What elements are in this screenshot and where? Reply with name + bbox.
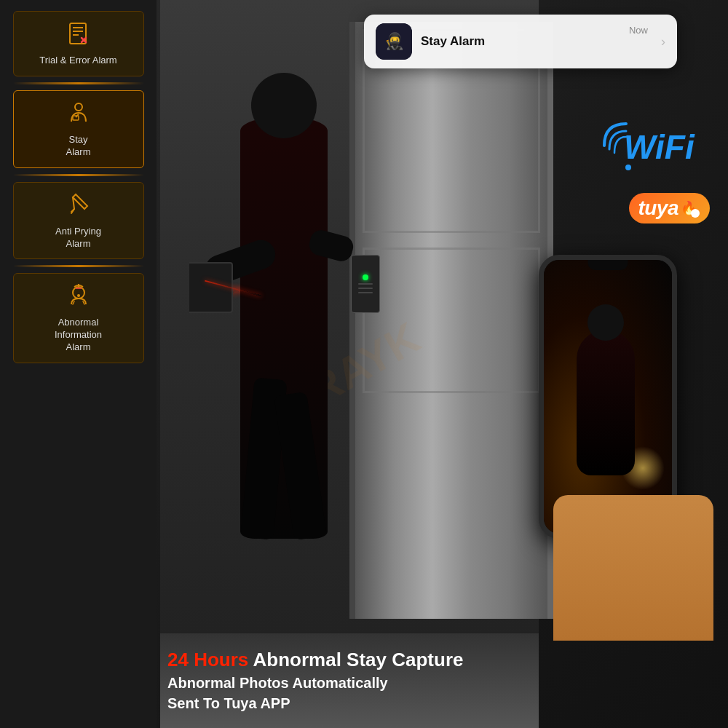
tuya-pill: tuya 🔥 — [629, 193, 710, 223]
bottom-line-3: Sent To Tuya APP — [167, 693, 531, 713]
svg-text:WiFi: WiFi — [624, 128, 695, 166]
sidebar-card-trial-error[interactable]: Trial & Error Alarm — [13, 11, 144, 76]
divider-2 — [13, 174, 144, 176]
phone-screen — [544, 260, 672, 534]
anti-prying-icon — [67, 193, 90, 220]
phone-burglar — [558, 330, 653, 512]
bottom-line-1: 24 Hours Abnormal Stay Capture — [167, 648, 531, 673]
sidebar-card-stay-alarm[interactable]: StayAlarm — [13, 90, 144, 168]
svg-point-12 — [77, 294, 80, 297]
phone-notch — [588, 260, 628, 270]
bottom-text-section: 24 Hours Abnormal Stay Capture Abnormal … — [167, 648, 531, 713]
tuya-text: tuya — [638, 197, 678, 220]
trial-error-label: Trial & Error Alarm — [39, 55, 116, 67]
svg-point-6 — [75, 103, 82, 111]
abnormal-info-label: AbnormalInformationAlarm — [55, 317, 102, 354]
notification-popup[interactable]: 🥷 Stay Alarm Now › — [364, 15, 677, 68]
tuya-dot — [691, 209, 700, 218]
sidebar: Trial & Error Alarm StayAlarm Anti Pryin… — [0, 0, 157, 728]
bottom-line-2: Abnormal Photos Automatically — [167, 673, 531, 693]
bottom-line1-rest: Abnormal Stay Capture — [253, 649, 464, 670]
notification-title: Stay Alarm — [421, 34, 665, 49]
divider-3 — [13, 265, 144, 267]
stay-alarm-icon — [67, 101, 90, 128]
notification-time: Now — [629, 25, 648, 36]
stay-alarm-label: StayAlarm — [66, 134, 91, 159]
svg-point-15 — [625, 165, 631, 170]
wifi-logo: WiFi — [593, 109, 710, 178]
burglar-area — [189, 44, 393, 612]
burglar-silhouette — [211, 73, 357, 539]
divider-1 — [13, 82, 144, 84]
highlight-24hours: 24 Hours — [167, 649, 248, 670]
phone-hand — [531, 240, 728, 641]
wifi-svg: WiFi — [593, 109, 710, 175]
notification-content: Stay Alarm — [421, 34, 665, 49]
tuya-logo: tuya 🔥 — [629, 193, 710, 223]
sidebar-card-abnormal-info[interactable]: AbnormalInformationAlarm — [13, 273, 144, 363]
anti-prying-label: Anti PryingAlarm — [55, 226, 101, 250]
notification-avatar: 🥷 — [376, 23, 412, 60]
notification-arrow-icon: › — [661, 34, 665, 50]
trial-error-icon — [67, 22, 90, 49]
hand — [553, 495, 713, 641]
sidebar-card-anti-prying[interactable]: Anti PryingAlarm — [13, 182, 144, 260]
abnormal-info-icon — [67, 284, 90, 311]
